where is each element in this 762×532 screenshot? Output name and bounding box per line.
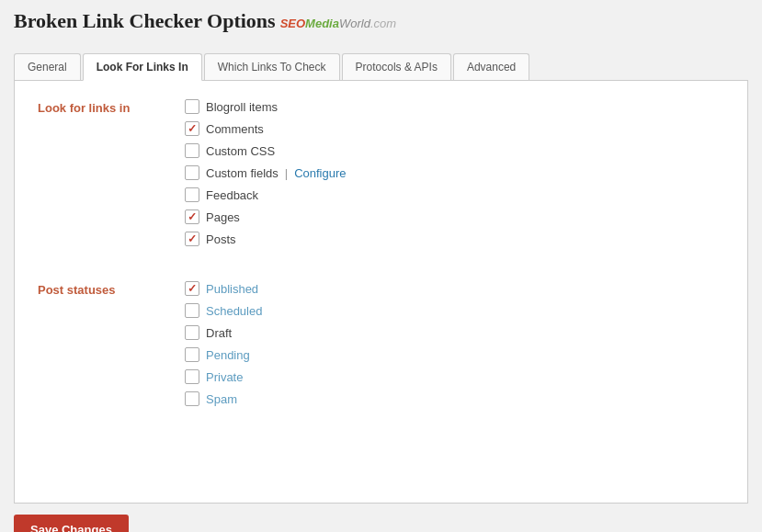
checkbox-published-label: Published bbox=[206, 282, 258, 296]
tab-look-for-links[interactable]: Look For Links In bbox=[83, 53, 202, 81]
checkbox-posts-box[interactable] bbox=[185, 232, 199, 246]
checkbox-spam-label: Spam bbox=[206, 392, 237, 406]
tab-protocols[interactable]: Protocols & APIs bbox=[342, 53, 451, 80]
checkbox-custom-fields-box[interactable] bbox=[185, 165, 199, 180]
checkbox-private-label: Private bbox=[206, 370, 243, 384]
checkbox-pending-label: Pending bbox=[206, 348, 250, 362]
look-for-links-items: Blogroll items Comments Custom CSS Custo… bbox=[185, 99, 724, 254]
checkbox-feedback: Feedback bbox=[185, 187, 724, 202]
checkbox-scheduled-label: Scheduled bbox=[206, 304, 262, 318]
page-title: Broken Link Checker Options bbox=[14, 9, 276, 33]
checkbox-posts: Posts bbox=[185, 232, 724, 246]
world-text: World bbox=[339, 17, 370, 30]
checkbox-spam-box[interactable] bbox=[185, 391, 199, 406]
tab-general[interactable]: General bbox=[14, 53, 81, 80]
checkbox-draft-box[interactable] bbox=[185, 325, 199, 340]
configure-link[interactable]: Configure bbox=[294, 166, 346, 180]
checkbox-feedback-box[interactable] bbox=[185, 187, 199, 202]
checkbox-comments: Comments bbox=[185, 121, 724, 136]
tab-which-links[interactable]: Which Links To Check bbox=[204, 53, 340, 80]
post-statuses-label: Post statuses bbox=[38, 281, 185, 413]
checkbox-custom-css: Custom CSS bbox=[185, 143, 724, 158]
seo-watermark: SEOMediaWorld.com bbox=[280, 17, 396, 30]
checkbox-published-box[interactable] bbox=[185, 281, 199, 296]
tabs-bar: General Look For Links In Which Links To… bbox=[14, 53, 748, 81]
checkbox-scheduled: Scheduled bbox=[185, 303, 724, 318]
checkbox-pending: Pending bbox=[185, 347, 724, 362]
checkbox-pending-box[interactable] bbox=[185, 347, 199, 362]
checkbox-draft-label: Draft bbox=[206, 326, 232, 340]
look-for-links-label: Look for links in bbox=[38, 99, 185, 254]
look-for-links-section: Look for links in Blogroll items Comment… bbox=[38, 99, 724, 263]
checkbox-blogroll-box[interactable] bbox=[185, 99, 199, 114]
seo-text: SEO bbox=[280, 17, 305, 30]
checkbox-custom-fields: Custom fields | Configure bbox=[185, 165, 724, 180]
checkbox-feedback-label: Feedback bbox=[206, 188, 258, 202]
checkbox-spam: Spam bbox=[185, 391, 724, 406]
checkbox-scheduled-box[interactable] bbox=[185, 303, 199, 318]
checkbox-blogroll: Blogroll items bbox=[185, 99, 724, 114]
checkbox-custom-css-box[interactable] bbox=[185, 143, 199, 158]
page-wrapper: Broken Link Checker Options SEOMediaWorl… bbox=[0, 0, 762, 532]
save-changes-button[interactable]: Save Changes bbox=[14, 515, 129, 532]
configure-separator: | bbox=[285, 166, 288, 180]
checkbox-published: Published bbox=[185, 281, 724, 296]
checkbox-pages-label: Pages bbox=[206, 210, 240, 224]
checkbox-pages: Pages bbox=[185, 209, 724, 224]
com-text: .com bbox=[370, 17, 396, 30]
checkbox-blogroll-label: Blogroll items bbox=[206, 100, 278, 114]
checkbox-comments-label: Comments bbox=[206, 122, 264, 136]
checkbox-comments-box[interactable] bbox=[185, 121, 199, 136]
tab-advanced[interactable]: Advanced bbox=[453, 53, 529, 80]
post-statuses-items: Published Scheduled Draft Pending bbox=[185, 281, 724, 413]
post-statuses-section: Post statuses Published Scheduled Draft bbox=[38, 281, 724, 423]
checkbox-custom-fields-label: Custom fields bbox=[206, 166, 279, 180]
save-btn-area: Save Changes bbox=[14, 504, 748, 532]
checkbox-pages-box[interactable] bbox=[185, 209, 199, 224]
checkbox-private-box[interactable] bbox=[185, 369, 199, 384]
checkbox-draft: Draft bbox=[185, 325, 724, 340]
checkbox-custom-css-label: Custom CSS bbox=[206, 144, 275, 158]
media-text: Media bbox=[305, 17, 339, 30]
content-card: Look for links in Blogroll items Comment… bbox=[14, 81, 748, 504]
checkbox-private: Private bbox=[185, 369, 724, 384]
checkbox-posts-label: Posts bbox=[206, 232, 236, 246]
